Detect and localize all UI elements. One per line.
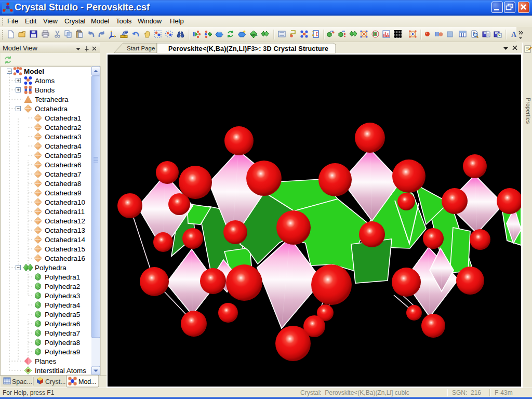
svg-text:Polyhedra8: Polyhedra8 xyxy=(45,339,80,347)
svg-text:Polyhedra2: Polyhedra2 xyxy=(45,283,80,290)
svg-text:Octahedra13: Octahedra13 xyxy=(45,227,85,234)
svg-text:HKL: HKL xyxy=(251,33,258,36)
svg-text:Octahedra6: Octahedra6 xyxy=(45,161,82,169)
svg-text:Atoms: Atoms xyxy=(35,77,55,85)
svg-text:Bonds: Bonds xyxy=(35,86,55,94)
svg-text:Tetrahedra: Tetrahedra xyxy=(35,96,69,103)
svg-text:Octahedra7: Octahedra7 xyxy=(45,170,82,178)
svg-text:Planes: Planes xyxy=(35,357,57,365)
svg-text:Octahedra10: Octahedra10 xyxy=(45,198,85,206)
svg-text:Start Page: Start Page xyxy=(127,45,155,51)
svg-text:Octahedra9: Octahedra9 xyxy=(45,189,82,197)
svg-text:Octahedra1: Octahedra1 xyxy=(45,114,82,122)
svg-text:Spac...: Spac... xyxy=(12,378,32,385)
svg-text:Octahedra3: Octahedra3 xyxy=(45,133,82,141)
svg-text:Interstitial Atoms: Interstitial Atoms xyxy=(35,367,86,375)
svg-text:Polyhedra1: Polyhedra1 xyxy=(45,273,80,281)
svg-text:Model View: Model View xyxy=(3,44,38,52)
svg-text:Polyhedra9: Polyhedra9 xyxy=(45,348,80,356)
svg-text:Octahedra15: Octahedra15 xyxy=(45,245,85,253)
svg-text:Octahedra4: Octahedra4 xyxy=(45,142,82,150)
svg-text:Cryst...: Cryst... xyxy=(45,378,66,385)
svg-text:Model: Model xyxy=(24,68,44,75)
svg-text:Perovskite<(K,Ba)(Zn,Li)F3>: 3: Perovskite<(K,Ba)(Zn,Li)F3>: 3D Crystal … xyxy=(168,45,328,52)
svg-text:Polyhedra4: Polyhedra4 xyxy=(45,301,81,309)
svg-text:Octahedra2: Octahedra2 xyxy=(45,124,82,131)
svg-text:Octahedra11: Octahedra11 xyxy=(45,208,85,216)
svg-text:Polyhedra: Polyhedra xyxy=(35,264,66,272)
svg-text:Mod...: Mod... xyxy=(78,378,97,385)
svg-text:Octahedra12: Octahedra12 xyxy=(45,217,85,225)
svg-text:Octahedra5: Octahedra5 xyxy=(45,152,82,159)
svg-text:Octahedra14: Octahedra14 xyxy=(45,236,86,244)
svg-text:Polyhedra3: Polyhedra3 xyxy=(45,292,80,300)
svg-text:Polyhedra7: Polyhedra7 xyxy=(45,329,80,337)
svg-text:Octahedra8: Octahedra8 xyxy=(45,180,82,188)
svg-text:Octahedra: Octahedra xyxy=(35,105,68,113)
svg-text:A: A xyxy=(511,31,517,38)
svg-text:Polyhedra5: Polyhedra5 xyxy=(45,311,80,318)
svg-text:Octahedra16: Octahedra16 xyxy=(45,255,85,262)
svg-text:Polyhedra6: Polyhedra6 xyxy=(45,320,80,328)
